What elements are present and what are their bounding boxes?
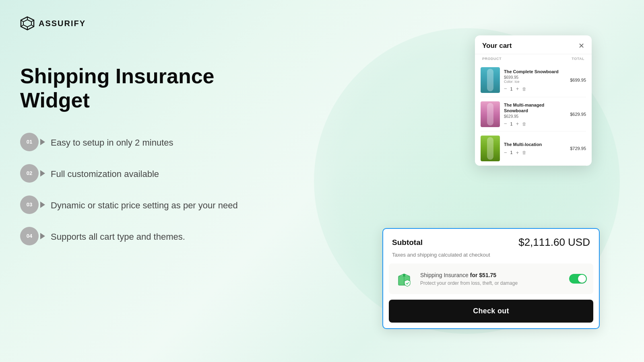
feature-text: Easy to setup in only 2 minutes [47, 133, 173, 149]
close-icon[interactable]: ✕ [578, 42, 584, 49]
cart-column-headers: PRODUCT TOTAL [475, 54, 592, 63]
item-price: $729.95 [570, 146, 586, 151]
item-controls: − 1 + 🗑 [504, 86, 566, 91]
feature-text: Supports all cart type and themes. [47, 227, 185, 243]
feature-text: Dynamic or static price setting as per y… [47, 195, 238, 212]
item-controls: − 1 + 🗑 [504, 121, 566, 126]
cart-popup: Your cart ✕ PRODUCT TOTAL The Complete S… [475, 35, 592, 166]
subtotal-label: Subtotal [392, 238, 423, 247]
assurify-logo-icon [20, 16, 35, 31]
feature-badge: 02 [20, 164, 39, 183]
tax-note: Taxes and shipping calculated at checkou… [383, 252, 599, 263]
insurance-text: Shipping Insurance for $51.75 Protect yo… [420, 272, 564, 286]
cart-item: The Complete Snowboard $699.95 Color: Ic… [481, 63, 586, 97]
insurance-row: Shipping Insurance for $51.75 Protect yo… [389, 263, 593, 294]
delete-item-icon[interactable]: 🗑 [522, 150, 526, 155]
item-price: $699.95 [570, 78, 586, 82]
item-name: The Multi-location [504, 142, 566, 147]
cart-title: Your cart [482, 42, 512, 50]
col-product-label: PRODUCT [482, 57, 502, 61]
item-details: The Multi-location − 1 + 🗑 [504, 142, 566, 155]
snowboard-shape [487, 69, 493, 91]
widget-box: Subtotal $2,111.60 USD Taxes and shippin… [382, 228, 600, 329]
cart-header: Your cart ✕ [475, 35, 592, 54]
delete-item-icon[interactable]: 🗑 [522, 121, 526, 126]
feature-badge: 03 [20, 195, 39, 214]
item-price-sub: $629.95 [504, 114, 566, 119]
feature-badge: 01 [20, 133, 39, 151]
main-title: Shipping Insurance Widget [20, 64, 278, 113]
checkout-button[interactable]: Check out [389, 300, 593, 323]
quantity-decrease-btn[interactable]: − [504, 121, 507, 126]
snowboard-shape [487, 137, 493, 160]
item-name: The Multi-managed Snowboard [504, 102, 566, 114]
delete-item-icon[interactable]: 🗑 [522, 86, 526, 91]
snowboard-shape [487, 103, 493, 125]
item-details: The Complete Snowboard $699.95 Color: Ic… [504, 69, 566, 91]
right-content: Your cart ✕ PRODUCT TOTAL The Complete S… [282, 0, 644, 362]
cart-item: The Multi-location − 1 + 🗑 $729.95 [481, 132, 586, 166]
feature-item: 02 Full customization available [20, 164, 278, 183]
item-price: $629.95 [570, 112, 586, 117]
cart-item: The Multi-managed Snowboard $629.95 − 1 … [481, 97, 586, 132]
feature-item: 04 Supports all cart type and themes. [20, 227, 278, 245]
svg-marker-1 [23, 20, 31, 27]
subtotal-row: Subtotal $2,111.60 USD [383, 229, 599, 252]
cart-items-list: The Complete Snowboard $699.95 Color: Ic… [475, 63, 592, 166]
item-name: The Complete Snowboard [504, 69, 566, 74]
feature-item: 03 Dynamic or static price setting as pe… [20, 195, 278, 214]
left-content: Shipping Insurance Widget 01 Easy to set… [20, 64, 278, 245]
insurance-title: Shipping Insurance for $51.75 [420, 272, 564, 280]
insurance-title-price: for $51.75 [470, 272, 496, 278]
feature-text: Full customization available [47, 164, 159, 181]
quantity-decrease-btn[interactable]: − [504, 150, 507, 155]
quantity-increase-btn[interactable]: + [516, 121, 519, 126]
item-quantity: 1 [510, 86, 513, 91]
logo-text: ASSURIFY [39, 19, 86, 28]
insurance-icon [395, 269, 415, 288]
quantity-decrease-btn[interactable]: − [504, 86, 507, 91]
insurance-title-prefix: Shipping Insurance [420, 272, 470, 278]
quantity-increase-btn[interactable]: + [516, 150, 519, 155]
toggle-knob [578, 275, 586, 283]
insurance-desc: Protect your order from loss, theft, or … [420, 280, 564, 286]
item-image [481, 136, 500, 161]
item-quantity: 1 [510, 121, 513, 126]
features-list: 01 Easy to setup in only 2 minutes 02 Fu… [20, 133, 278, 245]
subtotal-amount: $2,111.60 USD [518, 236, 590, 249]
feature-badge: 04 [20, 227, 39, 245]
insurance-toggle[interactable] [569, 274, 587, 284]
item-controls: − 1 + 🗑 [504, 150, 566, 155]
quantity-increase-btn[interactable]: + [516, 86, 519, 91]
feature-item: 01 Easy to setup in only 2 minutes [20, 133, 278, 151]
item-quantity: 1 [510, 150, 513, 155]
svg-rect-10 [403, 274, 405, 276]
item-color: Color: Ice [504, 80, 566, 84]
logo-area: ASSURIFY [20, 16, 86, 31]
item-details: The Multi-managed Snowboard $629.95 − 1 … [504, 102, 566, 127]
item-image [481, 101, 500, 127]
item-image [481, 67, 500, 93]
item-price-sub: $699.95 [504, 75, 566, 80]
col-total-label: TOTAL [572, 57, 584, 61]
